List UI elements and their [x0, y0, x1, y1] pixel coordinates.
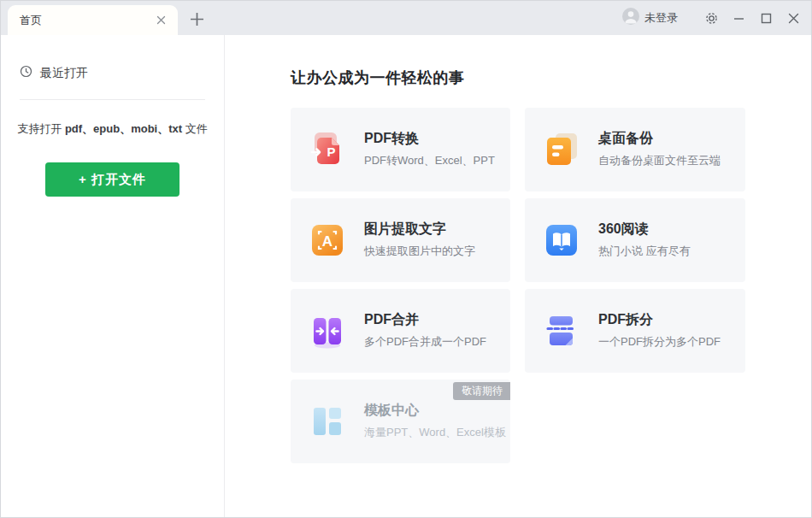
svg-text:P: P — [327, 144, 335, 159]
tab-bar: 首页 未登录 — [1, 1, 811, 35]
page-title: 让办公成为一件轻松的事 — [291, 68, 811, 88]
new-tab-button[interactable] — [187, 9, 206, 28]
account-button[interactable]: 未登录 — [622, 8, 678, 28]
card-subtitle: 多个PDF合并成一个PDF — [364, 334, 486, 350]
open-file-button[interactable]: + 打开文件 — [45, 162, 179, 197]
template-icon — [309, 403, 346, 440]
clock-icon — [20, 65, 32, 81]
avatar-icon — [622, 8, 639, 28]
feature-card-grid: P PDF转换 PDF转Word、Excel、PPT — [291, 108, 811, 463]
pdf-split-icon — [543, 312, 580, 350]
sidebar-divider — [20, 99, 205, 100]
tab-title: 首页 — [20, 13, 155, 28]
card-subtitle: PDF转Word、Excel、PPT — [364, 153, 495, 168]
minimize-icon — [733, 13, 744, 24]
card-title: PDF拆分 — [598, 312, 721, 327]
card-subtitle: 快速提取图片中的文字 — [364, 244, 475, 259]
card-title: 图片提取文字 — [364, 221, 475, 237]
tab-close-icon[interactable] — [155, 14, 168, 26]
supported-formats-text: 支持打开 pdf、epub、mobi、txt 文件 — [13, 121, 212, 137]
card-image-to-text[interactable]: A 图片提取文字 快速提取图片中的文字 — [291, 198, 510, 282]
content-area: 最近打开 支持打开 pdf、epub、mobi、txt 文件 + 打开文件 让办… — [1, 35, 811, 517]
svg-text:A: A — [322, 233, 332, 250]
card-360-reader[interactable]: 360阅读 热门小说 应有尽有 — [525, 198, 745, 282]
card-pdf-convert[interactable]: P PDF转换 PDF转Word、Excel、PPT — [291, 108, 510, 191]
card-pdf-split[interactable]: PDF拆分 一个PDF拆分为多个PDF — [525, 289, 745, 373]
pdf-convert-icon: P — [309, 131, 346, 168]
card-title: 360阅读 — [598, 221, 691, 237]
sidebar-item-recent-files[interactable]: 最近打开 — [20, 65, 224, 81]
minimize-button[interactable] — [727, 7, 750, 29]
book-icon — [543, 221, 580, 259]
card-title: PDF转换 — [364, 131, 495, 146]
gear-icon — [704, 11, 719, 26]
titlebar-controls: 未登录 — [622, 1, 804, 35]
app-window: 首页 未登录 — [0, 0, 812, 518]
pdf-merge-icon — [309, 312, 346, 350]
card-title: PDF合并 — [364, 312, 486, 327]
close-button[interactable] — [782, 7, 804, 29]
recent-files-label: 最近打开 — [40, 66, 88, 81]
close-icon — [788, 13, 799, 24]
settings-button[interactable] — [700, 7, 722, 29]
card-title: 桌面备份 — [598, 131, 721, 146]
card-subtitle: 热门小说 应有尽有 — [598, 244, 691, 259]
card-subtitle: 海量PPT、Word、Excel模板 — [364, 425, 506, 440]
sidebar: 最近打开 支持打开 pdf、epub、mobi、txt 文件 + 打开文件 — [1, 35, 225, 517]
card-pdf-merge[interactable]: PDF合并 多个PDF合并成一个PDF — [291, 289, 510, 373]
ocr-icon: A — [309, 221, 346, 259]
format-list: pdf、epub、mobi、txt — [65, 122, 182, 135]
card-subtitle: 一个PDF拆分为多个PDF — [598, 334, 721, 350]
maximize-icon — [761, 13, 772, 24]
card-subtitle: 自动备份桌面文件至云端 — [598, 153, 721, 168]
card-template-center[interactable]: 敬请期待 模板中心 海量PPT、Word、Excel模板 — [291, 380, 510, 463]
main-panel: 让办公成为一件轻松的事 P — [225, 35, 811, 517]
coming-soon-badge: 敬请期待 — [453, 382, 510, 400]
login-status-label: 未登录 — [644, 10, 678, 26]
card-title: 模板中心 — [364, 403, 506, 418]
tab-home[interactable]: 首页 — [8, 5, 178, 35]
maximize-button[interactable] — [755, 7, 777, 29]
desktop-backup-icon — [543, 131, 580, 168]
card-desktop-backup[interactable]: 桌面备份 自动备份桌面文件至云端 — [525, 108, 745, 191]
